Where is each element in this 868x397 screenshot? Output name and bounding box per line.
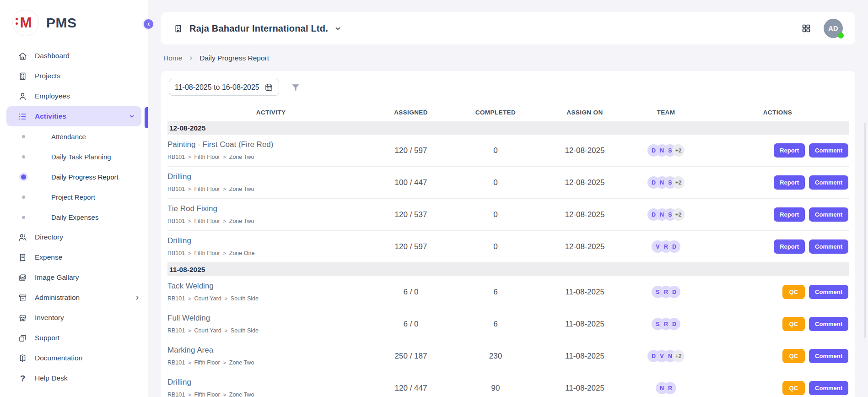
team-more-badge[interactable]: +2 xyxy=(672,350,685,362)
date-range-value: 11-08-2025 to 16-08-2025 xyxy=(175,83,259,92)
breadcrumb-current-page: Daily Progress Report xyxy=(199,54,269,62)
team-avatars: SRD xyxy=(626,318,706,330)
qc-button[interactable]: QC xyxy=(782,381,805,395)
report-button[interactable]: Report xyxy=(774,207,805,222)
activity-title: Painting - First Coat (Fire Red) xyxy=(167,140,374,149)
sidebar-item-image-gallary[interactable]: Image Gallary xyxy=(0,267,148,288)
activity-title: Marking Area xyxy=(167,346,374,355)
qc-button[interactable]: QC xyxy=(782,317,805,331)
comment-button[interactable]: Comment xyxy=(809,143,848,158)
location-part: Zone Two xyxy=(229,154,254,160)
sidebar-subitem-daily-task-planning[interactable]: Daily Task Planning xyxy=(0,147,148,167)
comment-button[interactable]: Comment xyxy=(809,349,848,363)
sidebar-collapse-button[interactable] xyxy=(142,18,155,30)
chevron-separator: > xyxy=(223,154,226,160)
table-body: 12-08-2025Painting - First Coat (Fire Re… xyxy=(167,121,849,397)
completed-value: 6 xyxy=(447,320,544,329)
qc-button[interactable]: QC xyxy=(782,349,805,363)
table-header: ACTIVITY ASSIGNED COMPLETED ASSIGN ON TE… xyxy=(167,103,849,121)
topbar-right: AD xyxy=(801,19,843,38)
sidebar-item-support[interactable]: Support xyxy=(0,328,148,348)
sidebar-subitem-label: Daily Expenses xyxy=(51,213,98,221)
sidebar-item-directory[interactable]: Directory xyxy=(0,227,148,247)
column-header-activity: ACTIVITY xyxy=(167,109,374,116)
apps-grid-button[interactable] xyxy=(801,23,811,33)
comment-button[interactable]: Comment xyxy=(809,381,848,395)
comment-button[interactable]: Comment xyxy=(809,175,848,190)
team-more-badge[interactable]: +2 xyxy=(672,208,685,221)
sidebar-item-inventory[interactable]: Inventory xyxy=(0,308,148,328)
location-part: Zone Two xyxy=(229,359,254,366)
bullet-dot-icon xyxy=(20,174,27,179)
row-actions: QCComment xyxy=(706,349,849,363)
sidebar-subitem-daily-expenses[interactable]: Daily Expenses xyxy=(0,207,148,227)
book-icon xyxy=(18,353,27,363)
sidebar-subitem-project-report[interactable]: Project Report xyxy=(0,187,148,207)
row-actions: QCComment xyxy=(706,285,849,299)
sidebar-item-employees[interactable]: Employees xyxy=(0,86,148,106)
main-area: Raja Bahadur International Ltd. AD Home xyxy=(148,0,868,397)
comment-button[interactable]: Comment xyxy=(809,207,848,222)
team-more-badge[interactable]: +2 xyxy=(672,144,685,157)
sidebar-nav: DashboardProjectsEmployeesActivitiesAtte… xyxy=(0,46,148,388)
table-row: Tack WeldingRB101>Court Yard>South Side6… xyxy=(167,276,849,308)
row-actions: ReportComment xyxy=(706,207,849,222)
chevron-separator: > xyxy=(188,392,191,397)
chevron-separator: > xyxy=(225,296,227,301)
completed-value: 6 xyxy=(447,288,544,297)
column-header-team: TEAM xyxy=(626,109,706,116)
sidebar-subitem-label: Project Report xyxy=(51,193,95,201)
bullet-dot-icon xyxy=(20,196,27,199)
chevron-separator: > xyxy=(188,328,191,333)
chevron-down-icon xyxy=(334,25,341,32)
report-button[interactable]: Report xyxy=(774,175,805,190)
date-range-input[interactable]: 11-08-2025 to 16-08-2025 xyxy=(169,79,279,96)
company-selector[interactable]: Raja Bahadur International Ltd. xyxy=(173,23,341,34)
team-more-badge[interactable]: +2 xyxy=(672,176,685,189)
table-row: DrillingRB101>Fifth Floor>Zone One120 / … xyxy=(167,231,849,263)
activity-title: Drilling xyxy=(167,172,374,181)
column-header-assigned: ASSIGNED xyxy=(374,109,447,116)
sidebar-subitem-attendance[interactable]: Attendance xyxy=(0,126,148,147)
comment-button[interactable]: Comment xyxy=(809,317,848,331)
list-icon xyxy=(18,112,27,121)
assigned-value: 120 / 597 xyxy=(374,146,447,155)
report-button[interactable]: Report xyxy=(774,239,805,254)
chevron-right-icon xyxy=(134,294,140,301)
bullet-dot-icon xyxy=(20,216,27,219)
sidebar-subitem-daily-progress-report[interactable]: Daily Progress Report xyxy=(0,167,148,187)
qc-button[interactable]: QC xyxy=(782,285,805,299)
building-icon xyxy=(18,71,27,81)
completed-value: 230 xyxy=(447,352,544,361)
team-avatars: DNS+2 xyxy=(626,144,706,157)
user-initials: AD xyxy=(828,25,838,32)
user-avatar[interactable]: AD xyxy=(824,19,843,38)
table-row: Full WeldingRB101>Court Yard>South Side6… xyxy=(167,308,849,340)
team-avatars: DVN+2 xyxy=(626,350,706,362)
sidebar-subitem-label: Daily Task Planning xyxy=(51,153,111,161)
sidebar-item-administration[interactable]: Administration xyxy=(0,288,148,308)
breadcrumb-home-link[interactable]: Home xyxy=(163,54,182,62)
completed-value: 0 xyxy=(447,178,544,187)
vertical-scrollbar[interactable] xyxy=(864,123,866,338)
activity-location: RB101>Court Yard>South Side xyxy=(167,295,374,302)
sidebar-item-expense[interactable]: Expense xyxy=(0,247,148,267)
sidebar-item-help-desk[interactable]: ?Help Desk xyxy=(0,368,148,388)
comment-button[interactable]: Comment xyxy=(809,285,848,299)
sidebar-item-documentation[interactable]: Documentation xyxy=(0,348,148,368)
filter-button[interactable] xyxy=(291,82,301,92)
sidebar-item-projects[interactable]: Projects xyxy=(0,66,148,86)
chevron-separator: > xyxy=(223,186,226,192)
report-button[interactable]: Report xyxy=(774,143,805,158)
sidebar-item-label: Support xyxy=(35,334,59,342)
table-row: DrillingRB101>Fifth Floor>Zone Two100 / … xyxy=(167,167,849,199)
sidebar-item-activities[interactable]: Activities xyxy=(6,106,141,126)
location-part: Fifth Floor xyxy=(194,359,220,366)
team-member-badge: D xyxy=(668,318,680,330)
sidebar: M PMS DashboardProjectsEmployeesActiviti… xyxy=(0,0,148,397)
location-part: RB101 xyxy=(167,392,185,397)
help-icon: ? xyxy=(18,374,27,383)
sidebar-item-dashboard[interactable]: Dashboard xyxy=(0,46,148,66)
assigned-value: 250 / 187 xyxy=(374,352,447,361)
comment-button[interactable]: Comment xyxy=(809,239,848,254)
